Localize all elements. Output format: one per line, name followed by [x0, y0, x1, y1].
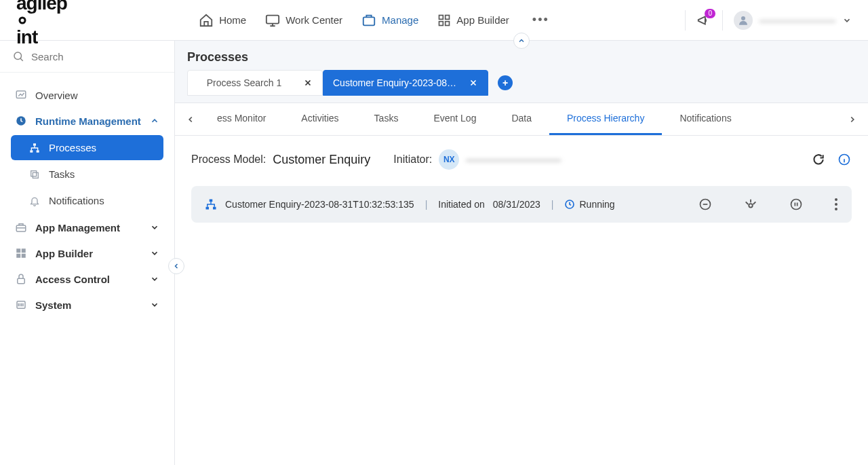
chevron-down-icon [150, 223, 159, 232]
more-button[interactable] [834, 198, 838, 211]
sidebar-item-tasks[interactable]: Tasks [11, 162, 163, 187]
tab-data[interactable]: Data [494, 103, 549, 135]
nav-manage[interactable]: Manage [361, 13, 418, 28]
tab-activities[interactable]: Activities [283, 103, 356, 135]
lock-icon [15, 273, 27, 285]
brand-dot-icon [16, 14, 67, 26]
sidebar-item-runtime[interactable]: Runtime Management [7, 108, 167, 134]
svg-rect-6 [446, 21, 450, 25]
nav-home[interactable]: Home [199, 13, 246, 28]
nav-more[interactable]: ••• [528, 13, 553, 27]
sidebar-item-app-management[interactable]: App Management [7, 215, 167, 240]
svg-point-8 [14, 52, 22, 60]
search-tabs: Process Search 1 Customer Enquiry-2023-0… [175, 70, 868, 103]
sidebar-tasks-label: Tasks [49, 168, 75, 180]
nav-app-builder[interactable]: App Builder [437, 14, 509, 27]
sidebar-collapse-button[interactable] [168, 258, 184, 274]
svg-rect-4 [446, 15, 450, 19]
brand-prefix: agilep [16, 0, 67, 14]
svg-rect-20 [22, 254, 26, 258]
tabs-scroll-right[interactable] [844, 115, 861, 124]
layout: Overview Runtime Management Processes Ta… [0, 41, 868, 465]
sidebar: Overview Runtime Management Processes Ta… [0, 41, 175, 465]
sidebar-item-processes[interactable]: Processes [11, 135, 163, 160]
sidebar-search[interactable] [0, 41, 174, 73]
refresh-button[interactable] [811, 152, 826, 167]
chevron-down-icon [150, 300, 159, 310]
add-tab-button[interactable]: + [498, 75, 513, 90]
chevron-down-icon [150, 248, 159, 258]
avatar-icon [734, 11, 753, 30]
tab-customer-enquiry[interactable]: Customer Enquiry-2023-08… [323, 70, 488, 96]
svg-point-7 [741, 16, 745, 20]
svg-rect-11 [33, 143, 36, 145]
initiator-name: —————————— [466, 154, 561, 165]
tab-label: Process Search 1 [197, 77, 291, 88]
sidebar-item-overview[interactable]: Overview [7, 82, 167, 108]
top-right: 0 ———————— [685, 10, 852, 31]
svg-point-31 [835, 198, 837, 201]
svg-point-0 [20, 18, 25, 23]
svg-point-30 [791, 200, 802, 210]
search-input[interactable] [31, 51, 162, 62]
tab-process-search-1[interactable]: Process Search 1 [187, 70, 323, 96]
sidebar-notifications-label: Notifications [49, 195, 104, 206]
sidebar-system-label: System [35, 299, 71, 311]
svg-point-32 [835, 203, 837, 206]
home-icon [199, 13, 214, 28]
info-button[interactable] [837, 152, 852, 167]
toolbox-icon [15, 221, 27, 234]
process-model-name: Customer Enquiry [273, 153, 370, 167]
svg-rect-18 [22, 248, 26, 253]
close-icon[interactable] [469, 78, 478, 88]
nav-work-center[interactable]: Work Center [265, 13, 342, 28]
svg-rect-3 [439, 15, 443, 19]
divider [722, 10, 723, 31]
status-text: Running [579, 199, 614, 210]
close-icon[interactable] [303, 78, 313, 88]
clock-icon [15, 115, 27, 127]
svg-rect-21 [18, 278, 25, 284]
header-collapse-button[interactable] [513, 33, 530, 49]
sidebar-runtime-label: Runtime Management [35, 115, 141, 127]
user-menu[interactable]: ———————— [734, 11, 852, 30]
pause-button[interactable] [789, 198, 803, 211]
server-icon [15, 299, 27, 311]
svg-rect-12 [30, 150, 33, 152]
nav-home-label: Home [219, 14, 246, 26]
detail-tabs: ess Monitor Activities Tasks Event Log D… [175, 103, 868, 136]
nav-app-builder-label: App Builder [456, 14, 509, 26]
initiator-label: Initiator: [393, 153, 432, 166]
tab-process-monitor[interactable]: ess Monitor [199, 103, 283, 135]
sidebar-item-app-builder[interactable]: App Builder [7, 240, 167, 266]
grid-small-icon [15, 247, 27, 259]
cancel-button[interactable] [698, 198, 712, 211]
nav-manage-label: Manage [382, 14, 418, 26]
svg-rect-19 [16, 254, 20, 258]
sidebar-item-system[interactable]: System [7, 292, 167, 318]
tab-event-log[interactable]: Event Log [416, 103, 494, 135]
svg-rect-25 [206, 207, 210, 210]
sidebar-nav: Overview Runtime Management Processes Ta… [0, 73, 174, 327]
username: ———————— [760, 15, 835, 26]
sidebar-item-notifications[interactable]: Notifications [11, 188, 163, 213]
svg-rect-13 [37, 150, 39, 152]
tab-tasks[interactable]: Tasks [357, 103, 416, 135]
debug-button[interactable] [743, 197, 758, 212]
initiator-badge: NX [439, 149, 459, 170]
main: Processes Process Search 1 Customer Enqu… [175, 41, 868, 465]
svg-rect-1 [267, 15, 279, 23]
sidebar-access-label: Access Control [35, 274, 110, 285]
separator: | [422, 199, 431, 210]
tab-notifications-detail[interactable]: Notifications [662, 103, 749, 135]
copy-icon [28, 169, 41, 180]
nav-work-center-label: Work Center [285, 14, 342, 26]
chart-icon [15, 89, 27, 101]
tab-process-hierarchy[interactable]: Process Hierarchy [549, 103, 662, 135]
notifications-button[interactable]: 0 [696, 13, 711, 28]
bell-icon [28, 196, 41, 206]
svg-rect-14 [33, 172, 38, 178]
sidebar-item-access-control[interactable]: Access Control [7, 266, 167, 292]
briefcase-icon [361, 13, 376, 28]
tabs-scroll-left[interactable] [182, 115, 199, 124]
